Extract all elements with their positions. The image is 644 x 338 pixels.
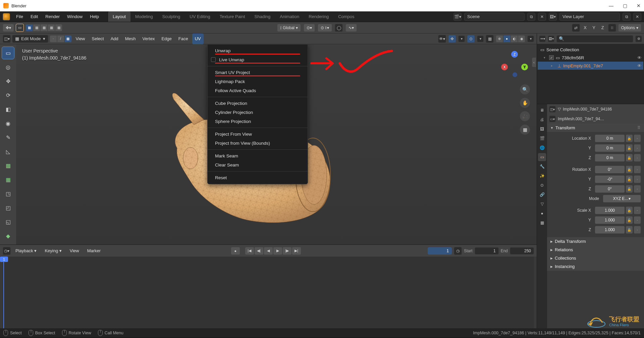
- timeline-menu-keying[interactable]: Keying ▾: [41, 246, 65, 256]
- tool-scale[interactable]: ◧: [2, 103, 14, 115]
- transform-panel-header[interactable]: ▼ Transform ⠿: [547, 124, 644, 132]
- outliner-scene-collection[interactable]: ▭ Scene Collection: [538, 46, 643, 54]
- editbar-menu-edge[interactable]: Edge: [159, 33, 174, 44]
- tool-rotate[interactable]: ⟳: [2, 89, 14, 101]
- outliner-editor-type-icon[interactable]: ≔▾: [539, 36, 546, 42]
- overlay-toggle-icon[interactable]: ⊙: [467, 35, 475, 43]
- collections-panel-header[interactable]: ▶Collections: [547, 254, 644, 262]
- menu-render[interactable]: Render: [42, 11, 63, 22]
- workspace-tab-animation[interactable]: Animation: [275, 11, 304, 22]
- preview-range-icon[interactable]: ◷: [454, 247, 462, 255]
- lock-icon[interactable]: 🔓: [626, 216, 633, 224]
- camera-view-icon[interactable]: 🎥: [520, 111, 530, 121]
- editbar-menu-view[interactable]: View: [73, 33, 88, 44]
- uv-menu-follow-active-quads[interactable]: Follow Active Quads: [208, 86, 308, 95]
- tool-add-cube[interactable]: ▩: [2, 159, 14, 172]
- editor-type-icon[interactable]: ◫▾: [3, 35, 11, 43]
- object-datablock-icon[interactable]: ▭▾: [549, 116, 556, 122]
- tool-select-box[interactable]: ▭: [2, 47, 14, 59]
- gizmo-axis-z[interactable]: Z: [511, 51, 518, 58]
- lock-icon[interactable]: 🔓: [626, 144, 633, 152]
- outliner-item-impempty[interactable]: ▸ ⊥ ImpEmpty.001_7de7 👁: [538, 62, 643, 70]
- prop-tab-data[interactable]: ▽: [538, 200, 546, 208]
- viewlayer-browse-icon[interactable]: 🖼▾: [549, 13, 557, 21]
- options-dropdown[interactable]: Options ▾: [618, 24, 641, 32]
- tool-cursor[interactable]: ◎: [2, 61, 14, 73]
- prop-tab-object[interactable]: ▭: [538, 153, 546, 161]
- menu-help[interactable]: Help: [87, 11, 102, 22]
- end-frame-field[interactable]: 250: [510, 247, 534, 255]
- editbar-menu-select[interactable]: Select: [89, 33, 107, 44]
- tool-measure[interactable]: ◺: [2, 145, 14, 157]
- delta-transform-panel-header[interactable]: ▶Delta Transform: [547, 237, 644, 246]
- tool-inset[interactable]: ◳: [2, 188, 14, 200]
- timeline-menu-playback[interactable]: Playback ▾: [12, 246, 40, 256]
- workspace-tab-shading[interactable]: Shading: [250, 11, 275, 22]
- uv-menu-smart-uv-project[interactable]: Smart UV Project: [208, 68, 308, 77]
- shading-solid[interactable]: ●: [503, 35, 511, 43]
- relations-panel-header[interactable]: ▶Relations: [547, 246, 644, 254]
- lock-icon[interactable]: 🔓: [626, 176, 633, 183]
- menu-window[interactable]: Window: [64, 11, 86, 22]
- shading-dropdown-icon[interactable]: ▾: [527, 36, 534, 42]
- uv-menu-project-from-view-bounds[interactable]: Project from View (Bounds): [208, 139, 308, 148]
- scene-name-field[interactable]: Scene: [464, 13, 525, 21]
- mirror-axis-y[interactable]: Y: [591, 25, 597, 30]
- lock-icon[interactable]: 🔓: [626, 154, 633, 161]
- select-mode-subtract[interactable]: ▦: [40, 24, 48, 31]
- visibility-toggle-icon[interactable]: 👁: [637, 55, 643, 60]
- panel-options-icon[interactable]: ⠿: [637, 125, 641, 130]
- overlay-dropdown-icon[interactable]: ▾: [477, 36, 484, 42]
- editbar-menu-uv[interactable]: UV: [192, 33, 204, 44]
- location-y-field[interactable]: 0 m: [595, 144, 625, 152]
- workspace-tab-modeling[interactable]: Modeling: [130, 11, 158, 22]
- jump-to-end-button[interactable]: ▶|: [292, 247, 301, 255]
- prop-tab-particles[interactable]: ✨: [538, 172, 546, 180]
- play-reverse-button[interactable]: ◀: [264, 247, 273, 255]
- lock-icon[interactable]: 🔓: [626, 166, 633, 173]
- workspace-tab-sculpting[interactable]: Sculpting: [158, 11, 185, 22]
- menu-edit[interactable]: Edit: [27, 11, 41, 22]
- tool-move[interactable]: ✥: [2, 75, 14, 87]
- gizmo-axis-neg-z[interactable]: [513, 72, 517, 77]
- select-mode-invert[interactable]: ▦: [48, 24, 55, 31]
- keyframe-icon[interactable]: ·: [634, 216, 641, 224]
- instancing-panel-header[interactable]: ▶Instancing: [547, 262, 644, 271]
- uv-menu-cylinder-projection[interactable]: Cylinder Projection: [208, 108, 308, 117]
- uv-menu-project-from-view[interactable]: Project From View: [208, 130, 308, 139]
- expand-icon[interactable]: ▾: [544, 56, 548, 59]
- prop-tab-render[interactable]: 🖥: [538, 106, 546, 114]
- editbar-menu-face[interactable]: Face: [176, 33, 191, 44]
- snap-toggle[interactable]: ⊙ ⩉▾: [318, 24, 332, 32]
- gizmo-axis-x[interactable]: X: [501, 64, 508, 70]
- timeline-editor-type-icon[interactable]: ◷▾: [3, 247, 11, 255]
- window-close-button[interactable]: ✕: [637, 3, 641, 8]
- transform-orientation-dropdown[interactable]: ⟟ Global ▾: [277, 24, 301, 32]
- rotation-mode-dropdown[interactable]: XYZ E…▾: [603, 195, 641, 202]
- scale-z-field[interactable]: 1.000: [595, 226, 625, 233]
- mirror-axis-x[interactable]: X: [582, 25, 589, 30]
- start-frame-field[interactable]: 1: [475, 247, 499, 255]
- mirror-icon[interactable]: ⇄: [572, 24, 580, 32]
- prop-tab-physics[interactable]: ⊙: [538, 181, 546, 189]
- prop-tab-world[interactable]: 🌐: [538, 144, 546, 152]
- shading-wireframe[interactable]: ⊕: [496, 35, 503, 43]
- select-mode-extend[interactable]: ▦: [33, 24, 40, 31]
- lock-icon[interactable]: 🔓: [626, 185, 633, 193]
- tool-loopcut[interactable]: ◱: [2, 216, 14, 228]
- properties-breadcrumb-object[interactable]: ImpMesh.000_7de7_94186: [563, 107, 642, 112]
- rotation-y-field[interactable]: -0°: [595, 176, 625, 183]
- workspace-tab-uvediting[interactable]: UV Editing: [185, 11, 215, 22]
- keyframe-next-button[interactable]: |▶: [283, 247, 291, 255]
- proportional-edit-toggle[interactable]: ◯: [335, 24, 343, 32]
- blender-logo-icon[interactable]: [3, 13, 10, 20]
- n-panel-handle[interactable]: ‹: [532, 58, 536, 67]
- current-frame-field[interactable]: 1: [428, 247, 452, 255]
- tool-annotate[interactable]: ✎: [2, 131, 14, 143]
- proportional-falloff-dropdown[interactable]: ∿▾: [345, 24, 357, 32]
- prop-tab-constraints[interactable]: 🔗: [538, 191, 546, 199]
- keyframe-icon[interactable]: ·: [634, 226, 641, 233]
- keyframe-icon[interactable]: ·: [634, 166, 641, 173]
- vertex-select-mode[interactable]: ·: [50, 35, 57, 43]
- editbar-menu-mesh[interactable]: Mesh: [122, 33, 139, 44]
